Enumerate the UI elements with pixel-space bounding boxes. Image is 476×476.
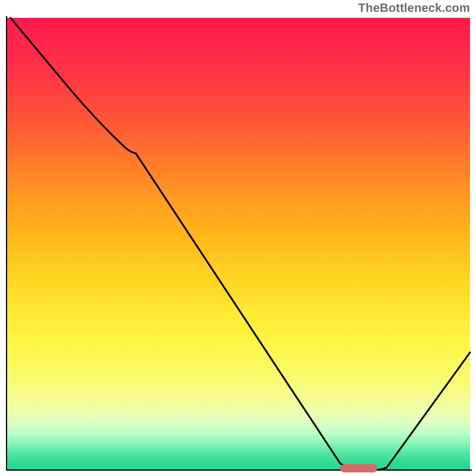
optimal-range-marker — [340, 464, 377, 472]
y-axis — [6, 16, 7, 471]
x-axis — [6, 469, 472, 471]
gradient-background — [6, 18, 470, 470]
watermark-text: TheBottleneck.com — [358, 1, 470, 15]
chart-container: TheBottleneck.com — [0, 0, 476, 476]
